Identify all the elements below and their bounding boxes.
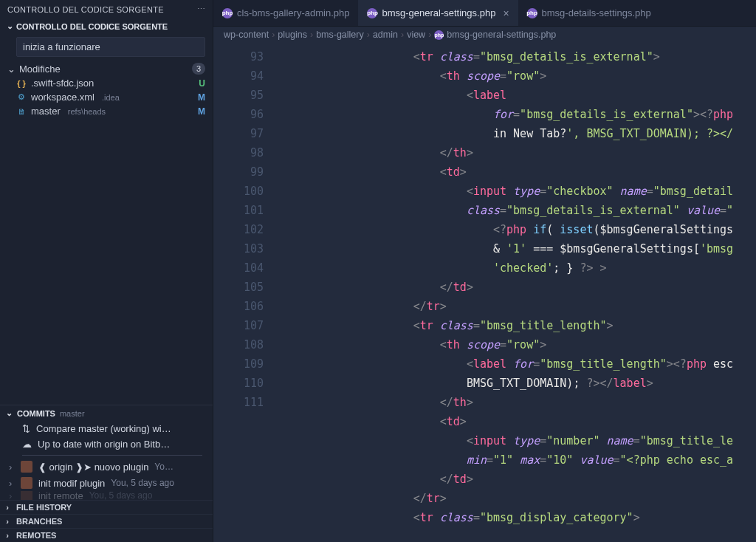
- code-line[interactable]: </td>: [280, 278, 756, 297]
- line-number: 98: [219, 143, 264, 162]
- commits-branch: master: [60, 409, 85, 418]
- breadcrumb-separator: ›: [428, 30, 431, 40]
- code-line[interactable]: <tr class="bmsg_title_length">: [280, 316, 756, 335]
- line-number: 100: [219, 182, 264, 201]
- changed-file-row[interactable]: ⚙workspace.xml.ideaM: [0, 90, 213, 104]
- line-number: 108: [219, 335, 264, 354]
- file-status: M: [198, 106, 205, 117]
- line-number: 99: [219, 162, 264, 182]
- commit-action[interactable]: ⇅Compare master (working) wi…: [0, 421, 213, 436]
- settings-file-icon: ⚙: [16, 92, 27, 103]
- code-line[interactable]: min="1" max="10" value="<?php echo esc_a: [280, 450, 756, 470]
- code-line[interactable]: & '1' === $bmsgGeneralSettings['bmsg: [280, 239, 756, 258]
- line-number: 110: [219, 374, 264, 393]
- chevron-right-icon: ›: [3, 531, 12, 540]
- breadcrumb-item[interactable]: view: [407, 30, 425, 40]
- changed-file-row[interactable]: { }.swift-sfdc.jsonU: [0, 76, 213, 90]
- code-line[interactable]: for="bmsg_details_is_external"><?php: [280, 105, 756, 124]
- file-path: .idea: [102, 93, 120, 102]
- breadcrumb-item[interactable]: plugins: [278, 30, 307, 40]
- breadcrumb-item[interactable]: bms-gallery: [316, 30, 364, 40]
- changes-label: Modifiche: [19, 64, 61, 75]
- commits-section-header[interactable]: ⌄ COMMITS master: [0, 405, 213, 421]
- changed-file-row[interactable]: 🗎masterrefs\headsM: [0, 104, 213, 118]
- commit-meta: You, 5 days ago: [89, 491, 153, 500]
- close-icon[interactable]: ×: [503, 7, 509, 19]
- remotes-section[interactable]: › REMOTES: [0, 528, 213, 542]
- breadcrumb-separator: ›: [401, 30, 404, 40]
- chevron-down-icon: ⌄: [6, 21, 13, 31]
- file-path: refs\heads: [68, 107, 106, 116]
- commits-label: COMMITS: [17, 409, 55, 418]
- line-number: 97: [219, 124, 264, 143]
- commit-row[interactable]: ›init remote You, 5 days ago: [0, 491, 213, 500]
- code-line[interactable]: </tr>: [280, 489, 756, 508]
- tab-bar: phpcls-bms-gallery-admin.phpphpbmsg-gene…: [213, 0, 756, 27]
- chevron-down-icon: ⌄: [6, 408, 13, 418]
- code-line[interactable]: <tr class="bmsg_display_category">: [280, 508, 756, 527]
- branches-label: BRANCHES: [16, 517, 62, 526]
- commit-message-input[interactable]: [16, 37, 205, 57]
- code-line[interactable]: <label for="bmsg_title_length"><?php esc: [280, 354, 756, 374]
- branches-section[interactable]: › BRANCHES: [0, 514, 213, 528]
- commit-row[interactable]: ›init modif plugin You, 5 days ago: [0, 475, 213, 491]
- code-line[interactable]: </td>: [280, 470, 756, 489]
- avatar: [21, 477, 32, 489]
- repo-section-header[interactable]: ⌄ CONTROLLO DEL CODICE SORGENTE: [0, 18, 213, 34]
- file-history-label: FILE HISTORY: [16, 503, 72, 512]
- code-line[interactable]: <tr class="bmsg_details_is_external">: [280, 47, 756, 66]
- php-file-icon: php: [222, 8, 233, 18]
- line-number: 105: [219, 278, 264, 297]
- changes-header[interactable]: ⌄ Modifiche 3: [0, 61, 213, 76]
- code-line[interactable]: 'checked'; } ?> >: [280, 258, 756, 278]
- commit-action[interactable]: ☁Up to date with origin on Bitb…: [0, 436, 213, 452]
- avatar: [21, 491, 32, 500]
- code-line[interactable]: <input type="checkbox" name="bmsg_detail: [280, 182, 756, 201]
- code-line[interactable]: <th scope="row">: [280, 335, 756, 354]
- more-icon[interactable]: ⋯: [197, 4, 205, 14]
- code-line[interactable]: <th scope="row">: [280, 66, 756, 86]
- code-line[interactable]: <input type="number" name="bmsg_title_le: [280, 431, 756, 450]
- breadcrumb-item[interactable]: bmsg-general-settings.php: [447, 30, 556, 40]
- editor-tab[interactable]: phpcls-bms-gallery-admin.php: [213, 0, 358, 26]
- code-content[interactable]: <tr class="bmsg_details_is_external"> <t…: [280, 43, 756, 542]
- code-line[interactable]: <?php if( isset($bmsgGeneralSettings: [280, 220, 756, 239]
- code-line[interactable]: <td>: [280, 162, 756, 182]
- code-editor[interactable]: 9394959697989910010110210310410510610710…: [213, 43, 756, 542]
- json-file-icon: { }: [16, 78, 27, 89]
- breadcrumbs[interactable]: wp-content›plugins›bms-gallery›admin›vie…: [213, 27, 756, 43]
- tab-label: cls-bms-gallery-admin.php: [237, 7, 349, 18]
- line-number: 101: [219, 201, 264, 220]
- editor-tab[interactable]: phpbmsg-details-settings.php: [518, 0, 660, 26]
- code-line[interactable]: class="bmsg_details_is_external" value=": [280, 201, 756, 220]
- breadcrumb-item[interactable]: wp-content: [224, 30, 269, 40]
- code-line[interactable]: <td>: [280, 412, 756, 431]
- breadcrumb-separator: ›: [367, 30, 370, 40]
- divider: [22, 455, 202, 456]
- php-file-icon: php: [527, 8, 537, 18]
- tab-label: bmsg-details-settings.php: [542, 7, 651, 18]
- file-name: master: [31, 106, 61, 117]
- compare-icon: ⇅: [22, 423, 30, 434]
- breadcrumb-item[interactable]: admin: [373, 30, 398, 40]
- commit-meta: You, 5 days ago: [111, 478, 174, 488]
- code-line[interactable]: </th>: [280, 393, 756, 412]
- code-line[interactable]: BMSG_TXT_DOMAIN); ?></label>: [280, 374, 756, 393]
- code-line[interactable]: </th>: [280, 143, 756, 162]
- line-number: 107: [219, 316, 264, 335]
- php-file-icon: php: [434, 30, 444, 40]
- commit-row[interactable]: ›❰ origin ❱➤ nuovo plugin Yo…: [0, 459, 213, 475]
- file-status: U: [199, 78, 205, 89]
- editor-tab[interactable]: phpbmsg-general-settings.php×: [358, 0, 518, 26]
- commit-message: init modif plugin: [38, 478, 105, 489]
- code-line[interactable]: <label: [280, 86, 756, 105]
- chevron-right-icon: ›: [9, 462, 15, 473]
- sidebar-title: CONTROLLO DEL CODICE SORGENTE ⋯: [0, 0, 213, 18]
- code-line[interactable]: in New Tab?', BMSG_TXT_DOMAIN); ?></: [280, 124, 756, 143]
- code-line[interactable]: </tr>: [280, 297, 756, 316]
- action-label: Up to date with origin on Bitb…: [38, 439, 170, 450]
- chevron-right-icon: ›: [9, 491, 15, 500]
- chevron-right-icon: ›: [3, 503, 12, 512]
- file-history-section[interactable]: › FILE HISTORY: [0, 500, 213, 514]
- action-label: Compare master (working) wi…: [36, 423, 171, 434]
